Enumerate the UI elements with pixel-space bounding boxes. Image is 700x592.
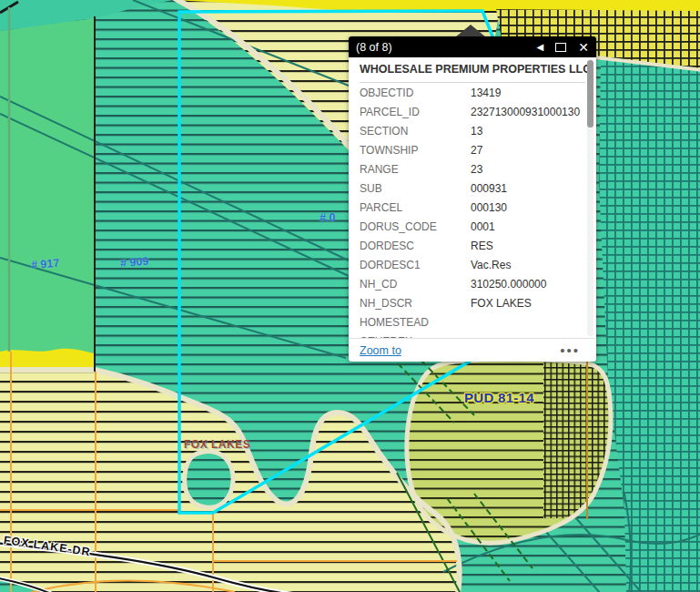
popup-callout-arrow — [455, 25, 486, 37]
table-row: DORDESC RES — [349, 236, 596, 255]
lake-blob — [185, 452, 233, 508]
table-row: NH_CD 310250.000000 — [349, 274, 596, 293]
field-label: SUB — [360, 182, 471, 195]
field-value: 27 — [471, 144, 482, 157]
field-label: DORUS_CODE — [360, 220, 471, 233]
field-value: 232713000931000130 — [471, 106, 580, 118]
field-label: NH_DSCR — [360, 297, 471, 310]
close-icon[interactable]: ✕ — [578, 41, 589, 54]
field-value: FOX LAKES — [471, 297, 532, 310]
table-row: OBJECTID 13419 — [349, 83, 596, 102]
table-row: NH_DSCR FOX LAKES — [349, 293, 596, 312]
popup-footer: Zoom to ••• — [349, 338, 596, 362]
table-row: DORDESC1 Vac.Res — [349, 255, 596, 274]
map-canvas[interactable]: # 917 # 909 #.0 FOX LAKES PUD 81-14 FOX … — [0, 0, 700, 592]
popup-scrollbar-track[interactable] — [587, 59, 593, 336]
feature-popup: (8 of 8) ◀ ✕ WHOLESALE PREMIUM PROPERTIE… — [349, 36, 596, 362]
table-row: PARCEL 000130 — [349, 198, 596, 217]
field-value: 23 — [471, 163, 482, 176]
attribute-table: OBJECTID 13419 PARCEL_ID 232713000931000… — [349, 83, 596, 338]
maximize-icon[interactable] — [555, 43, 566, 52]
table-row: HOMESTEAD — [349, 312, 596, 332]
popup-title: WHOLESALE PREMIUM PROPERTIES LLC — [349, 57, 596, 82]
zone-green — [0, 18, 95, 353]
table-row: OTHEREX — [349, 332, 596, 338]
field-label: RANGE — [360, 163, 471, 176]
popup-header: (8 of 8) ◀ ✕ — [349, 36, 596, 57]
field-label: PARCEL_ID — [360, 106, 471, 118]
field-label: NH_CD — [360, 278, 471, 291]
field-value: 000130 — [471, 201, 507, 214]
popup-scrollbar-thumb[interactable] — [587, 60, 593, 128]
field-label: DORDESC1 — [360, 259, 471, 271]
field-value: 000931 — [471, 182, 507, 195]
table-row: PARCEL_ID 232713000931000130 — [349, 102, 596, 121]
field-value: 310250.000000 — [471, 278, 546, 291]
field-label: HOMESTEAD — [360, 316, 471, 329]
table-row: TOWNSHIP 27 — [349, 140, 596, 159]
field-value: Vac.Res — [471, 259, 511, 271]
field-label: OBJECTID — [360, 87, 471, 99]
field-label: OTHEREX — [360, 335, 471, 339]
table-row: RANGE 23 — [349, 159, 596, 179]
table-row: SECTION 13 — [349, 121, 596, 140]
popup-record-count: (8 of 8) — [356, 41, 537, 54]
field-value: 13 — [471, 125, 482, 138]
zoom-to-link[interactable]: Zoom to — [360, 344, 401, 357]
field-value: 13419 — [471, 87, 501, 99]
table-row: DORUS_CODE 0001 — [349, 217, 596, 236]
previous-record-icon[interactable]: ◀ — [537, 43, 544, 52]
field-label: SECTION — [360, 125, 471, 138]
field-value: 0001 — [471, 220, 495, 233]
overflow-menu-icon[interactable]: ••• — [560, 346, 580, 355]
field-label: DORDESC — [360, 240, 471, 252]
field-value: RES — [471, 240, 493, 252]
field-label: TOWNSHIP — [360, 144, 471, 157]
table-row: SUB 000931 — [349, 179, 596, 198]
field-label: PARCEL — [360, 201, 471, 214]
